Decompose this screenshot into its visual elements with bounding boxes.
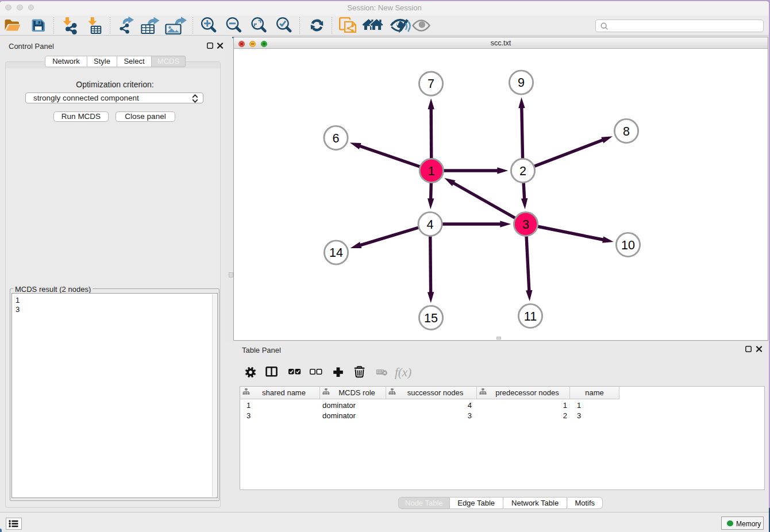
svg-text:1: 1: [428, 164, 435, 178]
svg-text:11: 11: [524, 310, 537, 323]
svg-text:8: 8: [623, 125, 630, 138]
svg-text:6: 6: [333, 132, 340, 145]
svg-text:f(x): f(x): [395, 365, 411, 379]
svg-text:2: 2: [519, 164, 526, 178]
svg-text:9: 9: [518, 76, 525, 90]
svg-text:15: 15: [424, 311, 438, 325]
svg-text:14: 14: [329, 246, 343, 260]
svg-text:10: 10: [621, 238, 635, 252]
svg-text:4: 4: [427, 218, 434, 232]
svg-text:3: 3: [522, 218, 529, 232]
svg-text:7: 7: [428, 77, 434, 91]
